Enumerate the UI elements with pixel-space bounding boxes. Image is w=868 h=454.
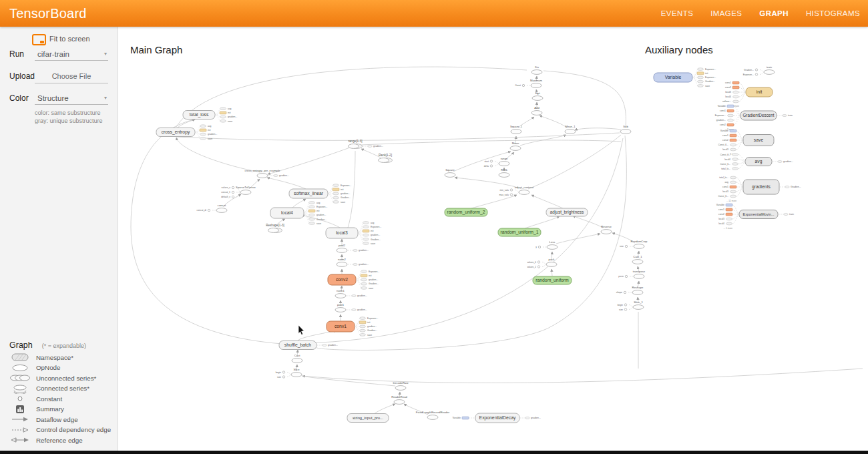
nav-tab-graph[interactable]: GRAPH: [759, 9, 789, 17]
run-select[interactable]: cifar-train ▾: [35, 49, 108, 61]
svg-text:Variable: Variable: [665, 75, 682, 79]
svg-text:cross_entropy_per_example: cross_entropy_per_example: [245, 169, 281, 172]
graph-node-slice[interactable]: Slicebeginsize: [276, 368, 302, 379]
graph-node-gradients[interactable]: gradientstotal_lo...avgconv1local3Const_…: [718, 176, 801, 202]
graph-node-concat[interactable]: concatconcat_di: [196, 204, 227, 212]
graph-node-conv1[interactable]: conv1Exponen...initgradien...Gradien...s…: [327, 317, 378, 336]
color-select[interactable]: Structure ▾: [35, 93, 108, 105]
reference-edge-icon: [9, 435, 32, 445]
svg-text:pack: pack: [549, 258, 556, 261]
chevron-down-icon: ▾: [104, 51, 107, 57]
svg-text:Sqrt: Sqrt: [535, 91, 541, 95]
graph-node-conv2[interactable]: conv2Exponen...initgradien...Gradien...s…: [328, 270, 379, 290]
svg-text:FixedLengthRecordReader: FixedLengthRecordReader: [416, 411, 450, 414]
graph-node-maximum[interactable]: MaximumConst: [515, 79, 542, 87]
graph-node-variable[interactable]: VariableExponen...initExponen...Gradien.…: [654, 68, 716, 87]
graph-node-exponentialmovin-[interactable]: ExponentialMovin...Variableconv1conv2loc…: [716, 204, 794, 230]
graph-node-sparsetodense[interactable]: SparseToDensevalues_sconcat_1default_v: [221, 186, 256, 198]
svg-text:DecodeRaw: DecodeRaw: [393, 381, 409, 385]
graph-node-pool2[interactable]: pool2gradien...: [337, 244, 369, 252]
graph-node-save[interactable]: saveVariableconv1conv2Const_6...local3..…: [718, 130, 774, 156]
graph-node-transpose[interactable]: transposeperm: [618, 270, 646, 278]
graph-node-cast[interactable]: Cast: [292, 354, 302, 363]
graph-node-fixedlengthrecordreader[interactable]: FixedLengthRecordReader: [416, 411, 450, 419]
svg-text:Rank: Rank: [501, 168, 508, 172]
graph-node-norm2[interactable]: norm2gradien...: [337, 258, 369, 266]
graph-edge: [531, 195, 563, 208]
svg-text:softma...: softma...: [722, 100, 731, 103]
graph-node-train[interactable]: trainGradien...Exponen...: [743, 65, 775, 76]
nav-tab-histograms[interactable]: HISTOGRAMS: [806, 9, 860, 17]
svg-text:values_s: values_s: [222, 186, 231, 189]
graph-node-init[interactable]: initconv1conv2local3local4softma...... 3…: [722, 81, 773, 107]
graph-node-rank[interactable]: Rank: [499, 168, 509, 177]
graph-node-local4[interactable]: local4avgExponen...initgradien...Gradien…: [270, 202, 327, 225]
opnode-icon: [9, 363, 32, 373]
svg-text:norm2: norm2: [338, 258, 347, 261]
graph-node-random-uniform-1[interactable]: random_uniform_1: [498, 228, 541, 236]
svg-text:norm1: norm1: [337, 289, 345, 292]
legend-item: Connected series*: [9, 383, 114, 394]
graph-node-square-1[interactable]: Square_1: [510, 125, 523, 134]
graph-node-square[interactable]: Square: [445, 168, 455, 177]
mouse-cursor: [298, 325, 304, 335]
graph-node-exponentialdecay[interactable]: ExponentialDecayVariablegradien...: [453, 413, 541, 423]
nav-tab-events[interactable]: EVENTS: [661, 9, 693, 17]
unconnected-series-icon: [9, 373, 32, 383]
graph-node-sqrt[interactable]: Sqrt: [532, 91, 543, 100]
graph-node-rank-1-2-[interactable]: Rank[1-2]: [379, 154, 393, 162]
svg-text:y: y: [535, 246, 537, 248]
graph-node-less[interactable]: Lessy: [535, 240, 558, 249]
svg-text:Gradien...: Gradien...: [369, 282, 379, 285]
graph-node-avg[interactable]: avgConst_6...local4Const_6...total_lo...…: [720, 154, 793, 170]
graph-edge: [573, 216, 603, 228]
graph-node-pool1[interactable]: pool1gradien...: [335, 303, 367, 312]
graph-node-cast-1[interactable]: Cast_1: [632, 255, 643, 264]
svg-text:Mean: Mean: [512, 142, 519, 145]
graph-node-gradientdescent[interactable]: GradientDescentVariableconv1Exponen...gr…: [715, 105, 793, 131]
graph-node-random-uniform[interactable]: random_uniform: [533, 276, 572, 284]
svg-text:save: save: [371, 242, 375, 245]
graph-node-adjust-contrast[interactable]: adjust_contrastmin_valumax_valu: [499, 186, 534, 196]
graph-node-mean-1[interactable]: Mean_1: [565, 125, 576, 134]
svg-text:init: init: [371, 230, 373, 232]
fit-to-screen-label[interactable]: Fit to screen: [49, 35, 90, 43]
graph-edge: [176, 138, 260, 172]
summary-icon: [9, 404, 32, 415]
graph-node-string-input-pro-[interactable]: string_input_pro...: [347, 414, 389, 423]
graph-node-random-uniform-2[interactable]: random_uniform_2: [445, 208, 487, 216]
nav-tab-images[interactable]: IMAGES: [710, 9, 742, 17]
svg-text:delta: delta: [484, 165, 489, 168]
fit-to-screen-icon[interactable]: [32, 34, 46, 45]
graph-legend: Graph (* = expandable) Namespace*OpNodeU…: [9, 340, 114, 446]
graph-edge: [131, 119, 282, 344]
svg-text:values_0: values_0: [527, 261, 536, 264]
graph-node-sub[interactable]: Sub: [620, 125, 631, 134]
upload-row: Upload Choose File: [9, 70, 108, 83]
graph-node-adjust-brightness[interactable]: adjust_brightness: [546, 208, 588, 216]
svg-text:ExponentialMovin...: ExponentialMovin...: [743, 212, 775, 216]
graph-node-softmax-linear[interactable]: softmax_linearExponen...initgradien...Gr…: [289, 184, 351, 204]
graph-node-div[interactable]: Div: [531, 65, 542, 74]
svg-text:Exponen...: Exponen...: [316, 206, 327, 208]
graph-edge: [302, 369, 863, 383]
graph-node-randomcrop[interactable]: RandomCropsize: [620, 240, 648, 248]
svg-text:Const_6...: Const_6...: [718, 144, 729, 146]
svg-text:Div: Div: [535, 65, 539, 69]
graph-node-pack[interactable]: packvalues_0values_2: [527, 258, 557, 268]
svg-text:max_valu: max_valu: [499, 194, 509, 196]
graph-node-slice-1[interactable]: Slice_1beginsize: [618, 300, 644, 311]
svg-text:concat_1: concat_1: [221, 191, 230, 194]
graph-node-reshape-1-3-[interactable]: Reshape[1-3]: [266, 224, 284, 232]
svg-text:save: save: [208, 138, 212, 140]
choose-file-button[interactable]: Choose File: [35, 70, 108, 83]
graph-node-readerread[interactable]: ReaderRead: [391, 395, 407, 404]
svg-text:train: train: [789, 213, 794, 216]
graph-node-reshape[interactable]: Reshapeshape: [616, 286, 644, 294]
graph-node-norm1[interactable]: norm1gradien...: [335, 289, 367, 298]
graph-node-mean[interactable]: Mean: [510, 142, 521, 150]
graph-node-reverse[interactable]: Reverse: [601, 225, 612, 234]
graph-node-add[interactable]: Add: [531, 106, 542, 115]
graph-node-decoderaw[interactable]: DecodeRaw: [393, 381, 409, 390]
main-graph-canvas[interactable]: total_lossavginitgradien...savecross_ent…: [118, 27, 868, 451]
